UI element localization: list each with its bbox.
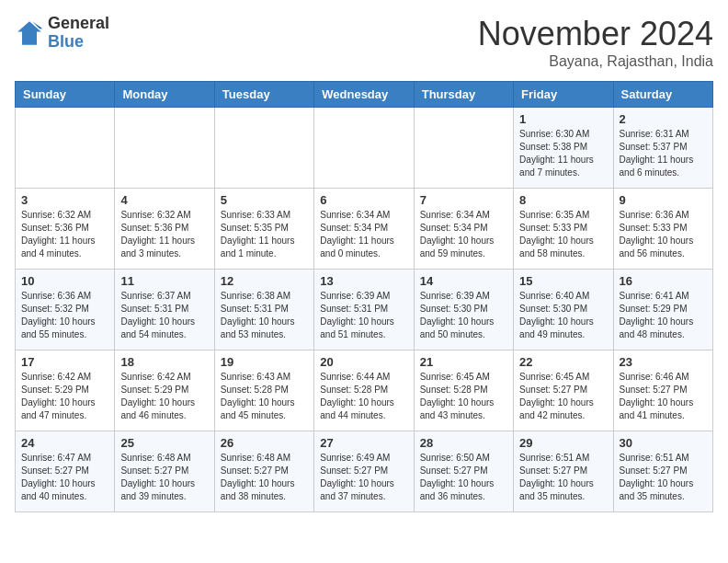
calendar-cell: 1Sunrise: 6:30 AM Sunset: 5:38 PM Daylig… bbox=[514, 108, 613, 189]
day-info: Sunrise: 6:49 AM Sunset: 5:27 PM Dayligh… bbox=[320, 452, 407, 503]
calendar-cell: 12Sunrise: 6:38 AM Sunset: 5:31 PM Dayli… bbox=[214, 270, 313, 350]
day-number: 25 bbox=[120, 436, 208, 450]
day-number: 29 bbox=[519, 436, 607, 450]
calendar-cell: 14Sunrise: 6:39 AM Sunset: 5:30 PM Dayli… bbox=[414, 270, 513, 350]
day-info: Sunrise: 6:43 AM Sunset: 5:28 PM Dayligh… bbox=[221, 371, 308, 422]
weekday-header: Sunday bbox=[16, 82, 115, 108]
page-header: General Blue November 2024 Bayana, Rajas… bbox=[15, 15, 713, 70]
calendar-cell: 9Sunrise: 6:36 AM Sunset: 5:33 PM Daylig… bbox=[613, 189, 712, 270]
day-info: Sunrise: 6:39 AM Sunset: 5:30 PM Dayligh… bbox=[420, 290, 507, 341]
day-info: Sunrise: 6:32 AM Sunset: 5:36 PM Dayligh… bbox=[21, 209, 108, 260]
day-info: Sunrise: 6:35 AM Sunset: 5:33 PM Dayligh… bbox=[519, 209, 607, 260]
calendar-cell bbox=[414, 108, 513, 189]
calendar-week-row: 3Sunrise: 6:32 AM Sunset: 5:36 PM Daylig… bbox=[16, 189, 713, 270]
day-number: 5 bbox=[221, 193, 308, 207]
title-block: November 2024 Bayana, Rajasthan, India bbox=[478, 15, 713, 70]
day-number: 7 bbox=[420, 193, 507, 207]
day-number: 15 bbox=[519, 274, 607, 288]
day-number: 6 bbox=[320, 193, 407, 207]
calendar-cell: 10Sunrise: 6:36 AM Sunset: 5:32 PM Dayli… bbox=[16, 270, 115, 350]
day-number: 12 bbox=[221, 274, 308, 288]
day-info: Sunrise: 6:47 AM Sunset: 5:27 PM Dayligh… bbox=[21, 452, 108, 503]
day-info: Sunrise: 6:36 AM Sunset: 5:33 PM Dayligh… bbox=[620, 209, 707, 260]
calendar-cell: 28Sunrise: 6:50 AM Sunset: 5:27 PM Dayli… bbox=[414, 431, 513, 512]
calendar-cell: 22Sunrise: 6:45 AM Sunset: 5:27 PM Dayli… bbox=[514, 350, 613, 431]
calendar-header: SundayMondayTuesdayWednesdayThursdayFrid… bbox=[16, 82, 713, 108]
calendar-week-row: 1Sunrise: 6:30 AM Sunset: 5:38 PM Daylig… bbox=[16, 108, 713, 189]
calendar-cell: 5Sunrise: 6:33 AM Sunset: 5:35 PM Daylig… bbox=[214, 189, 313, 270]
day-info: Sunrise: 6:42 AM Sunset: 5:29 PM Dayligh… bbox=[21, 371, 108, 422]
day-number: 1 bbox=[519, 112, 607, 126]
day-number: 19 bbox=[221, 355, 308, 369]
day-number: 11 bbox=[120, 274, 208, 288]
day-info: Sunrise: 6:36 AM Sunset: 5:32 PM Dayligh… bbox=[21, 290, 108, 341]
calendar-cell: 27Sunrise: 6:49 AM Sunset: 5:27 PM Dayli… bbox=[314, 431, 414, 512]
calendar-cell: 3Sunrise: 6:32 AM Sunset: 5:36 PM Daylig… bbox=[16, 189, 115, 270]
calendar-cell: 11Sunrise: 6:37 AM Sunset: 5:31 PM Dayli… bbox=[115, 270, 214, 350]
day-number: 13 bbox=[320, 274, 407, 288]
calendar-cell: 8Sunrise: 6:35 AM Sunset: 5:33 PM Daylig… bbox=[514, 189, 613, 270]
day-number: 9 bbox=[620, 193, 707, 207]
calendar-cell: 24Sunrise: 6:47 AM Sunset: 5:27 PM Dayli… bbox=[16, 431, 115, 512]
day-info: Sunrise: 6:39 AM Sunset: 5:31 PM Dayligh… bbox=[320, 290, 407, 341]
calendar-cell bbox=[115, 108, 214, 189]
day-number: 16 bbox=[620, 274, 707, 288]
day-info: Sunrise: 6:37 AM Sunset: 5:31 PM Dayligh… bbox=[120, 290, 208, 341]
day-number: 20 bbox=[320, 355, 407, 369]
day-info: Sunrise: 6:33 AM Sunset: 5:35 PM Dayligh… bbox=[221, 209, 308, 260]
calendar-cell: 17Sunrise: 6:42 AM Sunset: 5:29 PM Dayli… bbox=[16, 350, 115, 431]
day-number: 23 bbox=[620, 355, 707, 369]
weekday-row: SundayMondayTuesdayWednesdayThursdayFrid… bbox=[16, 82, 713, 108]
day-number: 2 bbox=[620, 112, 707, 126]
calendar-cell: 15Sunrise: 6:40 AM Sunset: 5:30 PM Dayli… bbox=[514, 270, 613, 350]
calendar-cell: 29Sunrise: 6:51 AM Sunset: 5:27 PM Dayli… bbox=[514, 431, 613, 512]
svg-marker-0 bbox=[17, 21, 41, 45]
weekday-header: Wednesday bbox=[314, 82, 414, 108]
day-number: 14 bbox=[420, 274, 507, 288]
calendar-cell: 6Sunrise: 6:34 AM Sunset: 5:34 PM Daylig… bbox=[314, 189, 414, 270]
day-number: 28 bbox=[420, 436, 507, 450]
day-number: 21 bbox=[420, 355, 507, 369]
day-info: Sunrise: 6:31 AM Sunset: 5:37 PM Dayligh… bbox=[620, 128, 707, 179]
weekday-header: Friday bbox=[514, 82, 613, 108]
calendar-cell: 2Sunrise: 6:31 AM Sunset: 5:37 PM Daylig… bbox=[613, 108, 712, 189]
day-info: Sunrise: 6:45 AM Sunset: 5:27 PM Dayligh… bbox=[519, 371, 607, 422]
calendar-cell: 23Sunrise: 6:46 AM Sunset: 5:27 PM Dayli… bbox=[613, 350, 712, 431]
day-info: Sunrise: 6:44 AM Sunset: 5:28 PM Dayligh… bbox=[320, 371, 407, 422]
day-info: Sunrise: 6:38 AM Sunset: 5:31 PM Dayligh… bbox=[221, 290, 308, 341]
day-info: Sunrise: 6:40 AM Sunset: 5:30 PM Dayligh… bbox=[519, 290, 607, 341]
calendar-cell: 26Sunrise: 6:48 AM Sunset: 5:27 PM Dayli… bbox=[214, 431, 313, 512]
month-title: November 2024 bbox=[478, 15, 713, 53]
day-number: 27 bbox=[320, 436, 407, 450]
calendar-cell: 20Sunrise: 6:44 AM Sunset: 5:28 PM Dayli… bbox=[314, 350, 414, 431]
day-info: Sunrise: 6:51 AM Sunset: 5:27 PM Dayligh… bbox=[519, 452, 607, 503]
weekday-header: Tuesday bbox=[214, 82, 313, 108]
weekday-header: Monday bbox=[115, 82, 214, 108]
calendar-cell: 7Sunrise: 6:34 AM Sunset: 5:34 PM Daylig… bbox=[414, 189, 513, 270]
weekday-header: Thursday bbox=[414, 82, 513, 108]
day-number: 8 bbox=[519, 193, 607, 207]
day-info: Sunrise: 6:45 AM Sunset: 5:28 PM Dayligh… bbox=[420, 371, 507, 422]
calendar-week-row: 10Sunrise: 6:36 AM Sunset: 5:32 PM Dayli… bbox=[16, 270, 713, 350]
calendar-cell bbox=[16, 108, 115, 189]
logo: General Blue bbox=[15, 15, 109, 52]
calendar-cell: 25Sunrise: 6:48 AM Sunset: 5:27 PM Dayli… bbox=[115, 431, 214, 512]
day-number: 24 bbox=[21, 436, 108, 450]
day-number: 26 bbox=[221, 436, 308, 450]
day-info: Sunrise: 6:51 AM Sunset: 5:27 PM Dayligh… bbox=[620, 452, 707, 503]
calendar-cell: 16Sunrise: 6:41 AM Sunset: 5:29 PM Dayli… bbox=[613, 270, 712, 350]
calendar-body: 1Sunrise: 6:30 AM Sunset: 5:38 PM Daylig… bbox=[16, 108, 713, 512]
day-info: Sunrise: 6:34 AM Sunset: 5:34 PM Dayligh… bbox=[420, 209, 507, 260]
calendar-table: SundayMondayTuesdayWednesdayThursdayFrid… bbox=[15, 81, 713, 512]
calendar-cell: 4Sunrise: 6:32 AM Sunset: 5:36 PM Daylig… bbox=[115, 189, 214, 270]
logo-text: General Blue bbox=[48, 15, 109, 52]
day-number: 22 bbox=[519, 355, 607, 369]
day-info: Sunrise: 6:34 AM Sunset: 5:34 PM Dayligh… bbox=[320, 209, 407, 260]
day-info: Sunrise: 6:30 AM Sunset: 5:38 PM Dayligh… bbox=[519, 128, 607, 179]
day-number: 4 bbox=[120, 193, 208, 207]
day-number: 3 bbox=[21, 193, 108, 207]
day-number: 18 bbox=[120, 355, 208, 369]
day-info: Sunrise: 6:41 AM Sunset: 5:29 PM Dayligh… bbox=[620, 290, 707, 341]
logo-icon bbox=[15, 18, 44, 48]
location: Bayana, Rajasthan, India bbox=[478, 53, 713, 70]
